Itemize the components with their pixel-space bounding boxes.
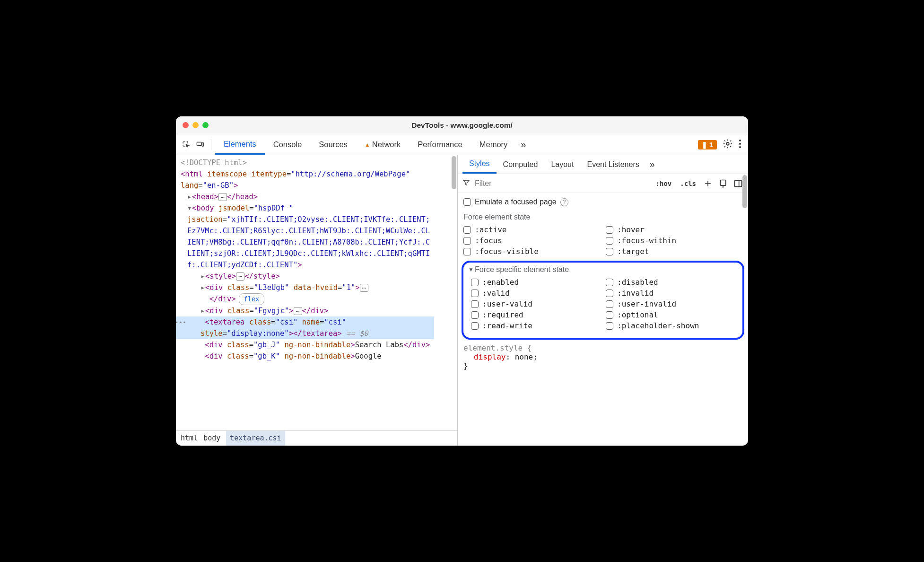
state-checkbox[interactable] [606,279,613,286]
flex-badge[interactable]: flex [239,293,265,305]
force-specific-state-section: ▼Force specific element state :enabled :… [462,261,744,340]
tab-network[interactable]: ▲Network [356,134,409,155]
state-checkbox[interactable] [471,300,479,308]
traffic-lights [183,122,209,128]
dom-tree[interactable]: <!DOCTYPE html> <html itemscope itemtype… [176,155,457,430]
hov-toggle[interactable]: :hov [654,179,674,188]
tab-event-listeners[interactable]: Event Listeners [580,155,645,174]
tab-layout[interactable]: Layout [544,155,580,174]
devtools-window: DevTools - www.google.com/ Elements Cons… [176,116,748,446]
state-checkbox[interactable] [606,237,613,245]
filter-icon [462,179,470,188]
tab-computed[interactable]: Computed [497,155,545,174]
svg-point-4 [739,140,741,141]
state-row: :focus-visible [463,247,600,256]
more-options-icon[interactable] [739,139,741,151]
style-value[interactable]: none [515,352,533,361]
styles-toolbar: :hov .cls [458,174,748,193]
zoom-window-button[interactable] [202,122,209,128]
window-title: DevTools - www.google.com/ [176,121,748,130]
tab-console[interactable]: Console [265,134,311,155]
state-row: :user-valid [471,299,600,308]
state-checkbox[interactable] [471,311,479,319]
element-style-block[interactable]: element.style { display: none; } [458,341,748,373]
state-row: :focus [463,236,600,245]
tab-more[interactable]: » [516,134,531,155]
svg-point-6 [739,146,741,148]
selected-node[interactable]: ••• <textarea class="csi" name="csi" sty… [176,316,434,339]
state-checkbox[interactable] [471,322,479,330]
tab-styles[interactable]: Styles [462,155,497,174]
main-tabs: Elements Console Sources ▲Network Perfor… [215,134,698,155]
state-row: :active [463,225,600,234]
state-row: :user-invalid [606,299,735,308]
doctype-node[interactable]: <!DOCTYPE html> [181,157,434,168]
state-checkbox[interactable] [471,290,479,297]
help-icon[interactable]: ? [560,198,568,206]
styles-panel: Styles Computed Layout Event Listeners »… [458,155,748,446]
html-node[interactable]: <html itemscope itemtype="http://schema.… [181,168,434,191]
state-row: :disabled [606,278,735,287]
state-checkbox[interactable] [471,279,479,286]
body-node[interactable]: ▾<body jsmodel="hspDDf " jsaction="xjhTI… [181,202,434,271]
state-checkbox[interactable] [463,248,471,255]
tab-memory[interactable]: Memory [471,134,516,155]
tab-sources[interactable]: Sources [310,134,356,155]
ellipsis-icon[interactable]: ⋯ [360,284,368,292]
head-node[interactable]: ▸<head>⋯</head> [181,191,434,202]
toolbar-separator [211,140,211,150]
div-node[interactable]: ▸<div class="L3eUgb" data-hveid="1">⋯ </… [181,282,434,305]
cls-toggle[interactable]: .cls [678,179,698,188]
svg-rect-2 [202,143,204,146]
titlebar: DevTools - www.google.com/ [176,116,748,134]
force-specific-heading[interactable]: ▼Force specific element state [465,264,741,276]
style-node[interactable]: ▸<style>⋯</style> [181,271,434,282]
svg-rect-7 [720,180,726,185]
device-toggle-icon[interactable] [193,138,207,152]
state-row: :read-write [471,321,600,330]
tab-more[interactable]: » [646,155,659,174]
state-checkbox[interactable] [606,226,613,234]
div-node[interactable]: <div class="gb_J" ng-non-bindable>Search… [181,339,434,351]
div-node[interactable]: ▸<div class="Fgvgjc">⋯</div> [181,305,434,316]
state-checkbox[interactable] [606,322,613,330]
emulate-focused-checkbox[interactable] [463,198,471,206]
state-checkbox[interactable] [606,311,613,319]
state-checkbox[interactable] [463,226,471,234]
svg-point-5 [739,143,741,145]
filter-input[interactable] [475,179,649,188]
breadcrumb-item[interactable]: html [181,433,198,444]
inspect-icon[interactable] [179,138,193,152]
state-checkbox[interactable] [606,290,613,297]
tab-performance[interactable]: Performance [409,134,471,155]
rendering-icon[interactable] [718,179,728,188]
close-window-button[interactable] [183,122,189,128]
ellipsis-icon[interactable]: ⋯ [294,307,302,315]
style-property[interactable]: display [463,352,506,361]
state-checkbox[interactable] [463,237,471,245]
minimize-window-button[interactable] [192,122,199,128]
styles-scrollbar[interactable] [741,174,748,231]
state-row: :required [471,310,600,319]
new-style-icon[interactable] [703,179,713,188]
force-state-grid: :active :hover :focus :focus-within :foc… [458,223,748,260]
state-row: :target [606,247,742,256]
gutter-dots-icon[interactable]: ••• [176,318,187,327]
emulate-focused-row: Emulate a focused page ? [458,193,748,211]
svg-point-3 [726,142,729,145]
svg-rect-1 [197,142,201,146]
div-node[interactable]: <div class="gb_K" ng-non-bindable>Google [181,351,434,362]
tree-scrollbar[interactable] [451,155,457,430]
breadcrumb-item[interactable]: body [203,433,220,444]
state-checkbox[interactable] [606,248,613,255]
settings-icon[interactable] [723,139,733,151]
breadcrumb-item-selected[interactable]: textarea.csi [226,431,285,446]
specific-state-grid: :enabled :disabled :valid :invalid :user… [465,276,741,334]
style-selector: element.style { [463,343,742,352]
state-checkbox[interactable] [606,300,613,308]
tab-elements[interactable]: Elements [215,134,265,155]
ellipsis-icon[interactable]: ⋯ [236,272,244,281]
ellipsis-icon[interactable]: ⋯ [218,193,227,201]
issues-icon: ❚ [702,141,707,149]
issues-badge[interactable]: ❚ 1 [698,140,717,149]
